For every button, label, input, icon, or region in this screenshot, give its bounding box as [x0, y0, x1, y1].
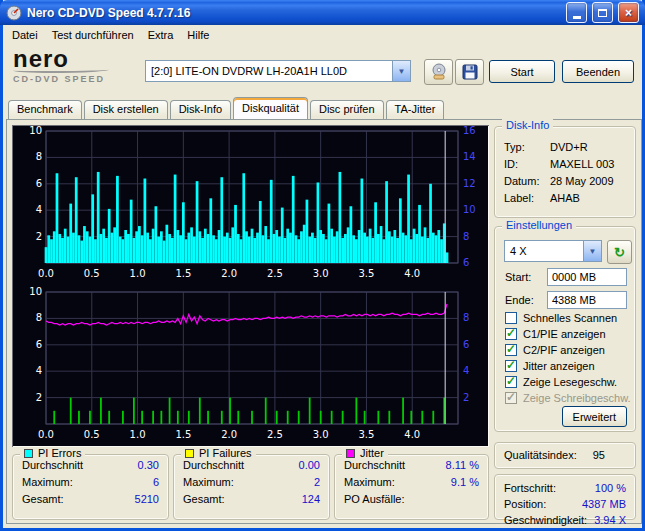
checkbox-icon: ✓: [505, 392, 517, 404]
svg-text:3.0: 3.0: [313, 429, 329, 440]
svg-text:3.5: 3.5: [358, 268, 374, 279]
checkbox-zeige-lesegeschw[interactable]: ✓ Zeige Lesegeschw.: [505, 375, 617, 388]
drive-select-value: [2:0] LITE-ON DVDRW LH-20A1H LL0D: [146, 65, 392, 77]
window-title: Nero CD-DVD Speed 4.7.7.16: [27, 6, 561, 20]
svg-text:6: 6: [463, 257, 469, 268]
stat-row: Maximum:2: [183, 475, 320, 489]
chevron-down-icon[interactable]: ▼: [583, 241, 601, 261]
svg-text:0.0: 0.0: [38, 268, 54, 279]
start-button[interactable]: Start: [489, 60, 555, 83]
save-button[interactable]: [455, 59, 484, 85]
refresh-button[interactable]: ↻: [607, 240, 632, 264]
menu-extra[interactable]: Extra: [141, 27, 181, 43]
quit-button[interactable]: Beenden: [562, 60, 634, 83]
tab-benchmark[interactable]: Benchmark: [8, 100, 82, 119]
svg-text:8: 8: [36, 312, 42, 323]
position-row: Position:4387 MB: [504, 498, 626, 511]
svg-text:0.0: 0.0: [38, 429, 54, 440]
disk-date-value: 28 May 2009: [550, 175, 635, 188]
floppy-disk-icon: [462, 64, 478, 80]
settings-group: Einstellungen 4 X ▼ ↻ Start: 0000 MB End…: [494, 226, 636, 432]
checkbox-jitter-anzeigen[interactable]: ✓ Jitter anzeigen: [505, 359, 595, 372]
svg-text:2: 2: [36, 231, 42, 242]
stat-row: Maximum:9.1 %: [344, 475, 479, 489]
menu-datei[interactable]: Datei: [5, 27, 45, 43]
disk-info-group: Disk-Info Typ:DVD+R ID:MAXELL 003 Datum:…: [494, 126, 636, 218]
disk-type-value: DVD+R: [550, 141, 635, 154]
svg-text:2.0: 2.0: [221, 268, 237, 279]
advanced-button[interactable]: Erweitert: [562, 406, 627, 427]
diskqualitaet-page: 24681068101214160.00.51.01.52.02.53.03.5…: [6, 119, 642, 524]
disc-hand-icon: [430, 63, 448, 81]
checkbox-icon: ✓: [505, 376, 517, 388]
settings-group-title: Einstellungen: [502, 219, 576, 232]
eject-disc-button[interactable]: [424, 59, 453, 85]
stat-row: Gesamt:124: [183, 492, 320, 506]
svg-text:6: 6: [463, 339, 469, 350]
svg-text:1.0: 1.0: [130, 268, 146, 279]
disk-id-value: MAXELL 003: [550, 158, 635, 171]
speed-select[interactable]: 4 X ▼: [504, 240, 602, 262]
product-name: CD-DVD SPEED: [13, 74, 143, 84]
start-position-field[interactable]: 0000 MB: [547, 268, 627, 286]
svg-text:4.0: 4.0: [404, 429, 420, 440]
end-position-label: Ende:: [505, 294, 534, 307]
tab-strip: Benchmark Disk erstellen Disk-Info Diskq…: [6, 98, 639, 119]
tab-disk-info[interactable]: Disk-Info: [170, 100, 231, 119]
chart-panel: 24681068101214160.00.51.01.52.02.53.03.5…: [12, 125, 489, 447]
svg-text:3.5: 3.5: [358, 429, 374, 440]
disk-label-value: AHAB: [550, 192, 635, 205]
end-position-field[interactable]: 4388 MB: [547, 291, 627, 309]
svg-text:2: 2: [463, 392, 469, 403]
minimize-icon: [573, 16, 581, 19]
pi-errors-title: PI Errors: [38, 447, 81, 460]
tab-disk-erstellen[interactable]: Disk erstellen: [84, 100, 168, 119]
stat-row: Gesamt:5210: [22, 492, 159, 506]
jitter-panel: Jitter Durchschnitt8.11 % Maximum:9.1 % …: [334, 454, 489, 520]
svg-text:0.5: 0.5: [84, 268, 100, 279]
svg-text:1.5: 1.5: [175, 268, 191, 279]
tab-diskqualitaet[interactable]: Diskqualität: [233, 97, 308, 119]
start-position-label: Start:: [505, 271, 531, 284]
menu-hilfe[interactable]: Hilfe: [180, 27, 216, 43]
toolbar: nero CD-DVD SPEED [2:0] LITE-ON DVDRW LH…: [3, 45, 642, 97]
nero-logo: nero CD-DVD SPEED: [13, 47, 143, 84]
svg-text:6: 6: [36, 178, 42, 189]
svg-text:10: 10: [463, 204, 476, 215]
stat-row: Durchschnitt8.11 %: [344, 458, 479, 472]
svg-text:10: 10: [29, 286, 42, 297]
disk-label-label: Label:: [504, 192, 550, 205]
stat-row: Maximum:6: [22, 475, 159, 489]
disk-date-label: Datum:: [504, 175, 550, 188]
tab-ta-jitter[interactable]: TA-Jitter: [386, 100, 445, 119]
svg-text:1.0: 1.0: [130, 429, 146, 440]
chevron-down-icon[interactable]: ▼: [392, 61, 410, 81]
checkbox-c1-pie-anzeigen[interactable]: ✓ C1/PIE anzeigen: [505, 327, 606, 340]
svg-text:16: 16: [463, 125, 476, 136]
drive-select[interactable]: [2:0] LITE-ON DVDRW LH-20A1H LL0D ▼: [145, 60, 411, 82]
svg-text:4: 4: [36, 204, 42, 215]
svg-text:0.5: 0.5: [84, 429, 100, 440]
svg-text:4: 4: [463, 365, 469, 376]
maximize-button[interactable]: [592, 2, 613, 23]
close-button[interactable]: ×: [618, 2, 639, 23]
checkbox-icon: ✓: [505, 328, 517, 340]
pi-errors-panel: PI Errors Durchschnitt0.30 Maximum:6 Ges…: [12, 454, 169, 520]
quality-index-value: 95: [593, 449, 605, 461]
app-window: Nero CD-DVD Speed 4.7.7.16 × Datei Test …: [0, 0, 645, 531]
minimize-button[interactable]: [566, 2, 587, 23]
pif-color-swatch: [185, 449, 194, 458]
progress-row: Fortschritt:100 %: [504, 482, 626, 495]
tab-disc-pruefen[interactable]: Disc prüfen: [310, 100, 384, 119]
jitter-title: Jitter: [360, 447, 384, 460]
maximize-icon: [598, 9, 607, 17]
pi-failures-title: PI Failures: [199, 447, 252, 460]
checkbox-schnelles-scannen[interactable]: Schnelles Scannen: [505, 311, 617, 324]
checkbox-c2-pif-anzeigen[interactable]: ✓ C2/PIF anzeigen: [505, 343, 605, 356]
menu-test-durchfuehren[interactable]: Test durchführen: [45, 27, 141, 43]
app-icon: [6, 5, 22, 21]
stat-row: PO Ausfälle:: [344, 492, 479, 506]
title-bar: Nero CD-DVD Speed 4.7.7.16 ×: [0, 0, 645, 25]
speed-select-value: 4 X: [505, 245, 583, 257]
quality-index-group: Qualitätsindex: 95: [494, 442, 636, 469]
